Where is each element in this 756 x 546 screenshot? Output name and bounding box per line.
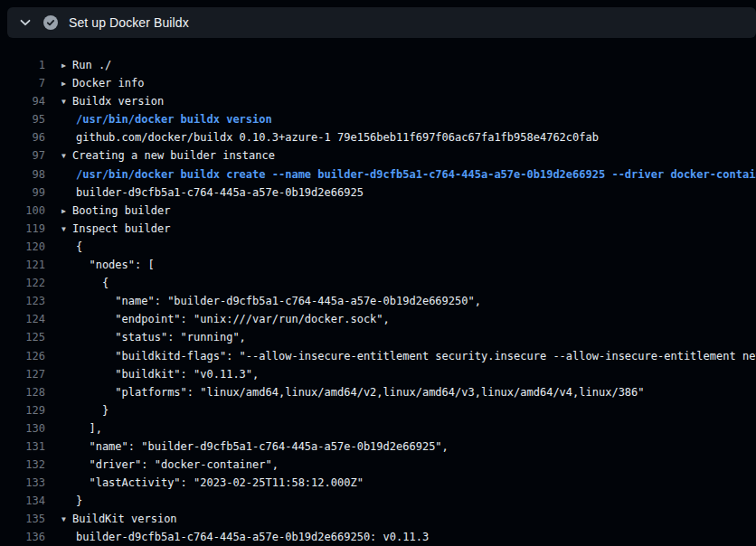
log-line: 98/usr/bin/docker buildx create --name b… <box>0 165 756 184</box>
status-check-icon <box>43 15 58 30</box>
log-line: 120{ <box>0 238 756 256</box>
log-line: 1▶Run ./ <box>0 56 756 74</box>
line-content: /usr/bin/docker buildx version <box>45 110 272 128</box>
line-number[interactable]: 131 <box>0 438 45 456</box>
line-number[interactable]: 132 <box>0 456 45 474</box>
line-content: builder-d9cfb5a1-c764-445a-a57e-0b19d2e6… <box>45 528 429 546</box>
line-number[interactable]: 125 <box>0 328 45 346</box>
line-content: } <box>45 492 82 510</box>
line-number[interactable]: 133 <box>0 474 45 492</box>
line-number[interactable]: 7 <box>0 74 45 92</box>
line-content: "name": "builder-d9cfb5a1-c764-445a-a57e… <box>45 438 449 456</box>
group-title[interactable]: BuildKit version <box>72 513 177 525</box>
output-text: "buildkit": "v0.11.3", <box>76 368 259 381</box>
output-text: builder-d9cfb5a1-c764-445a-a57e-0b19d2e6… <box>76 531 429 543</box>
log-line: 135▼BuildKit version <box>0 510 756 528</box>
log-line: 130 ], <box>0 419 756 438</box>
log-line: 127 "buildkit": "v0.11.3", <box>0 365 756 383</box>
output-text: "nodes": [ <box>76 259 155 271</box>
log-line: 128 "platforms": "linux/amd64,linux/amd6… <box>0 383 756 401</box>
log-line: 123 "name": "builder-d9cfb5a1-c764-445a-… <box>0 292 756 310</box>
line-number[interactable]: 122 <box>0 274 45 292</box>
line-content: ], <box>45 419 102 438</box>
group-expanded-triangle-icon[interactable]: ▼ <box>61 221 72 239</box>
log-line: 129 } <box>0 401 756 419</box>
output-text: "platforms": "linux/amd64,linux/amd64/v2… <box>76 386 645 399</box>
line-content: ▶Docker info <box>45 74 144 92</box>
line-content: "buildkit": "v0.11.3", <box>45 365 259 383</box>
group-expanded-triangle-icon[interactable]: ▼ <box>61 93 72 111</box>
line-number[interactable]: 129 <box>0 401 45 419</box>
line-content: "platforms": "linux/amd64,linux/amd64/v2… <box>45 383 645 401</box>
group-collapsed-triangle-icon[interactable]: ▶ <box>61 202 72 221</box>
log-line: 100▶Booting builder <box>0 202 756 220</box>
line-number[interactable]: 99 <box>0 184 45 202</box>
output-text: "endpoint": "unix:///var/run/docker.sock… <box>76 313 390 325</box>
line-content: ▼Buildx version <box>45 92 164 110</box>
output-text: github.com/docker/buildx 0.10.3+azure-1 … <box>76 131 599 144</box>
group-expanded-triangle-icon[interactable]: ▼ <box>61 147 72 165</box>
log-line: 133 "lastActivity": "2023-02-25T11:58:12… <box>0 474 756 492</box>
log-line: 125 "status": "running", <box>0 328 756 346</box>
line-number[interactable]: 96 <box>0 128 45 146</box>
chevron-down-icon[interactable] <box>18 15 33 30</box>
command-text: /usr/bin/docker buildx create --name bui… <box>76 168 756 181</box>
line-content: { <box>45 274 109 292</box>
line-content: "endpoint": "unix:///var/run/docker.sock… <box>45 310 390 328</box>
group-title[interactable]: Creating a new builder instance <box>72 149 275 162</box>
group-collapsed-triangle-icon[interactable]: ▶ <box>61 75 72 93</box>
output-text: "driver": "docker-container", <box>76 458 279 471</box>
line-number[interactable]: 98 <box>0 165 45 184</box>
output-text: "name": "builder-d9cfb5a1-c764-445a-a57e… <box>76 295 481 307</box>
line-number[interactable]: 130 <box>0 419 45 438</box>
line-number[interactable]: 100 <box>0 202 45 220</box>
log-line: 99builder-d9cfb5a1-c764-445a-a57e-0b19d2… <box>0 184 756 202</box>
group-collapsed-triangle-icon[interactable]: ▶ <box>61 57 72 75</box>
output-text: { <box>76 240 82 253</box>
line-number[interactable]: 134 <box>0 492 45 510</box>
line-number[interactable]: 97 <box>0 146 45 165</box>
log-line: 131 "name": "builder-d9cfb5a1-c764-445a-… <box>0 438 756 456</box>
line-number[interactable]: 124 <box>0 310 45 328</box>
log-line: 96github.com/docker/buildx 0.10.3+azure-… <box>0 128 756 146</box>
log-viewer: 1▶Run ./7▶Docker info94▼Buildx version95… <box>0 45 756 546</box>
line-number[interactable]: 119 <box>0 220 45 238</box>
line-content: "lastActivity": "2023-02-25T11:58:12.000… <box>45 474 364 492</box>
line-content: ▼Creating a new builder instance <box>45 146 275 165</box>
output-text: "buildkitd-flags": "--allow-insecure-ent… <box>76 350 756 362</box>
output-text: ], <box>76 422 102 435</box>
line-number[interactable]: 121 <box>0 256 45 274</box>
line-number[interactable]: 136 <box>0 528 45 546</box>
line-content: "nodes": [ <box>45 256 155 274</box>
group-title[interactable]: Inspect builder <box>72 222 170 235</box>
line-content: /usr/bin/docker buildx create --name bui… <box>45 165 756 184</box>
log-line: 121 "nodes": [ <box>0 256 756 274</box>
output-text: } <box>76 494 82 507</box>
log-line: 136builder-d9cfb5a1-c764-445a-a57e-0b19d… <box>0 528 756 546</box>
output-text: { <box>76 277 109 289</box>
line-number[interactable]: 120 <box>0 238 45 256</box>
group-title[interactable]: Booting builder <box>72 204 170 217</box>
line-number[interactable]: 123 <box>0 292 45 310</box>
line-number[interactable]: 135 <box>0 510 45 528</box>
step-header[interactable]: Set up Docker Buildx <box>7 7 756 38</box>
line-content: ▼BuildKit version <box>45 510 177 528</box>
line-number[interactable]: 95 <box>0 110 45 128</box>
line-content: "status": "running", <box>45 328 246 346</box>
output-text: "status": "running", <box>76 331 246 344</box>
group-title[interactable]: Run ./ <box>72 59 111 71</box>
group-expanded-triangle-icon[interactable]: ▼ <box>61 511 72 529</box>
log-line: 119▼Inspect builder <box>0 220 756 238</box>
line-number[interactable]: 94 <box>0 92 45 110</box>
log-line: 7▶Docker info <box>0 74 756 92</box>
group-title[interactable]: Docker info <box>72 77 144 89</box>
log-line: 132 "driver": "docker-container", <box>0 456 756 474</box>
log-line: 122 { <box>0 274 756 292</box>
line-number[interactable]: 127 <box>0 365 45 383</box>
line-number[interactable]: 126 <box>0 347 45 365</box>
line-number[interactable]: 128 <box>0 383 45 401</box>
output-text: } <box>76 404 109 417</box>
line-number[interactable]: 1 <box>0 56 45 74</box>
line-content: } <box>45 401 109 419</box>
group-title[interactable]: Buildx version <box>72 95 164 108</box>
